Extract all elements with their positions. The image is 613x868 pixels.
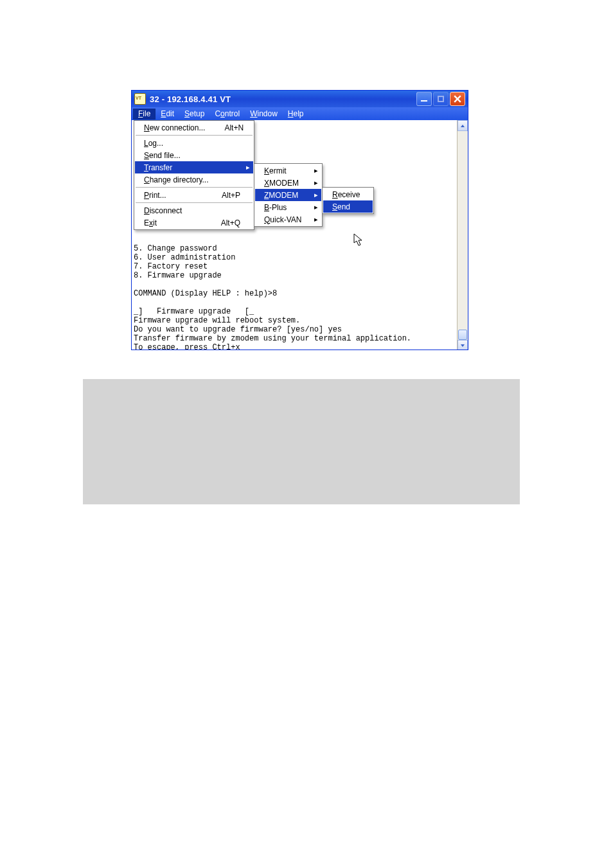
separator — [136, 202, 253, 203]
terminal-line: To escape, press Ctrl+x — [134, 343, 240, 350]
scroll-up-button[interactable] — [458, 120, 468, 131]
application-window: 32 - 192.168.4.41 VT File Edit Setup Con… — [131, 90, 468, 350]
menu-control[interactable]: Control — [209, 109, 245, 120]
menu-item-zmodem[interactable]: ZMODEM — [255, 189, 321, 201]
menu-edit[interactable]: Edit — [155, 109, 179, 120]
menu-item-new-connection[interactable]: New connection... Alt+N — [135, 121, 253, 134]
menu-item-quickvan[interactable]: Quick-VAN — [255, 213, 321, 226]
terminal-line: Firmware upgrade will reboot system. — [134, 316, 300, 325]
zmodem-submenu: Receive Send — [322, 187, 374, 214]
menu-item-bplus[interactable]: B-Plus — [255, 201, 321, 213]
scroll-track[interactable] — [458, 131, 468, 340]
close-button[interactable] — [450, 92, 465, 106]
file-dropdown: New connection... Alt+N Log... Send file… — [134, 120, 254, 230]
menu-item-change-directory[interactable]: Change directory... — [135, 173, 253, 186]
terminal-line: _] Firmware upgrade [_ — [134, 307, 254, 316]
menu-item-kermit[interactable]: Kermit — [255, 164, 321, 177]
hotkey: Alt+Q — [202, 218, 240, 227]
menu-item-receive[interactable]: Receive — [323, 188, 373, 200]
minimize-button[interactable] — [416, 92, 432, 106]
app-icon — [134, 93, 146, 105]
terminal-line: 8. Firmware upgrade — [134, 271, 222, 280]
hotkey: Alt+N — [205, 123, 244, 132]
titlebar[interactable]: 32 - 192.168.4.41 VT — [132, 91, 468, 107]
menu-file[interactable]: File — [133, 109, 155, 120]
menubar: File Edit Setup Control Window Help — [132, 107, 468, 120]
terminal-line: COMMAND (Display HELP : help)>8 — [134, 289, 277, 298]
terminal-line: Do you want to upgrade firmware? [yes/no… — [134, 325, 342, 334]
menu-item-send[interactable]: Send — [323, 200, 373, 213]
terminal-line: Transfer firmware by zmodem using your t… — [134, 334, 411, 343]
client-area: 5. Change password 6. User administratio… — [132, 120, 468, 350]
menu-item-send-file[interactable]: Send file... — [135, 149, 253, 161]
vertical-scrollbar[interactable] — [457, 120, 468, 350]
menu-item-print[interactable]: Print... Alt+P — [135, 189, 253, 201]
menu-setup[interactable]: Setup — [179, 109, 209, 120]
terminal-line: 7. Factory reset — [134, 262, 208, 271]
menu-item-transfer[interactable]: Transfer — [135, 161, 253, 173]
hotkey: Alt+P — [202, 191, 240, 200]
terminal-line: 6. User administration — [134, 253, 235, 262]
menu-item-xmodem[interactable]: XMODEM — [255, 177, 321, 189]
terminal-line: 5. Change password — [134, 244, 217, 253]
gray-block — [83, 379, 520, 504]
menu-item-exit[interactable]: Exit Alt+Q — [135, 217, 253, 229]
separator — [136, 135, 253, 136]
menu-item-disconnect[interactable]: Disconnect — [135, 204, 253, 217]
scroll-thumb[interactable] — [458, 330, 467, 340]
maximize-button[interactable] — [433, 92, 449, 106]
menu-window[interactable]: Window — [245, 109, 283, 120]
window-title: 32 - 192.168.4.41 VT — [150, 94, 416, 104]
window-buttons — [416, 92, 465, 106]
transfer-submenu: Kermit XMODEM ZMODEM B-Plus Quick-VAN — [254, 163, 323, 227]
menu-item-log[interactable]: Log... — [135, 137, 253, 149]
separator — [136, 187, 253, 188]
scroll-down-button[interactable] — [458, 340, 468, 350]
menu-help[interactable]: Help — [283, 109, 309, 120]
